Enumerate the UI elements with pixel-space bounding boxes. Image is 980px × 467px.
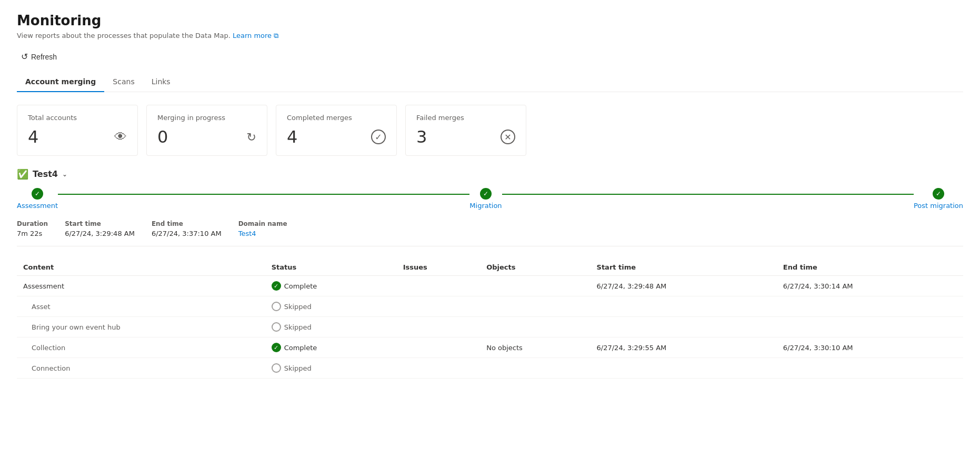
x-circle-icon: ✕ [501,130,515,144]
tab-scans[interactable]: Scans [104,72,143,92]
cell-status-connection-row: Skipped [265,358,397,379]
external-link-icon: ⧉ [274,32,278,39]
step-label-migration[interactable]: Migration [469,202,502,210]
col-header-status: Status [265,259,397,276]
tab-account-merging[interactable]: Account merging [17,72,104,92]
skipped-icon [272,363,281,373]
tab-links[interactable]: Links [143,72,179,92]
cell-issues-byoeh-row [397,317,480,337]
step-dot-migration: ✓ [480,188,492,200]
section-header: ✅ Test4 ⌄ [17,168,963,180]
col-header-end-time: End time [777,259,963,276]
col-header-start-time: Start time [591,259,777,276]
table-header-row: Content Status Issues Objects Start time… [17,259,963,276]
detail-end-time-value: 6/27/24, 3:37:10 AM [152,230,222,237]
pipeline-step-migration: ✓ Migration [469,188,502,210]
cell-end-time-byoeh-row [777,317,963,337]
pipeline-step-assessment: ✓ Assessment [17,188,58,210]
stat-label-total-accounts: Total accounts [28,114,127,122]
stat-value-completed-merges: 4 [287,127,297,147]
detail-end-time-label: End time [152,220,222,227]
step-label-assessment[interactable]: Assessment [17,202,58,210]
col-header-issues: Issues [397,259,480,276]
section-status-icon: ✅ [17,168,28,180]
cell-content-byoeh-row: Bring your own event hub [17,317,265,337]
pipeline-steps: ✓ Assessment ✓ Migration ✓ Post migratio… [17,188,963,210]
step-dot-post-migration: ✓ [933,188,944,200]
refresh-icon: ↺ [21,52,28,62]
detail-domain-name-value[interactable]: Test4 [238,230,287,237]
col-header-content: Content [17,259,265,276]
sync-icon: ↻ [247,131,256,144]
step-line-1 [58,194,469,195]
cell-start-time-assessment-row: 6/27/24, 3:29:48 AM [591,276,777,296]
step-line-2 [502,194,914,195]
cell-start-time-connection-row [591,358,777,379]
cell-content-collection-row: Collection [17,337,265,358]
stats-row: Total accounts 4 👁 Merging in progress 0… [17,105,963,156]
table-row: Bring your own event hubSkipped [17,317,963,337]
skipped-icon [272,322,281,332]
detail-start-time-label: Start time [65,220,135,227]
stat-label-completed-merges: Completed merges [287,114,386,122]
detail-duration: Duration 7m 22s [17,220,48,237]
cell-status-collection-row: ✓Complete [265,337,397,358]
stat-card-failed-merges: Failed merges 3 ✕ [405,105,526,156]
table-header: Content Status Issues Objects Start time… [17,259,963,276]
cell-status-asset-row: Skipped [265,296,397,317]
cell-end-time-asset-row [777,296,963,317]
toolbar: ↺ Refresh [17,49,963,68]
detail-duration-label: Duration [17,220,48,227]
eye-icon: 👁 [114,130,127,144]
table-row: ConnectionSkipped [17,358,963,379]
table-body: Assessment✓Complete6/27/24, 3:29:48 AM6/… [17,276,963,379]
cell-start-time-byoeh-row [591,317,777,337]
chevron-down-icon[interactable]: ⌄ [62,171,67,178]
cell-start-time-collection-row: 6/27/24, 3:29:55 AM [591,337,777,358]
cell-status-assessment-row: ✓Complete [265,276,397,296]
cell-objects-assessment-row [480,276,590,296]
cell-issues-collection-row [397,337,480,358]
cell-objects-connection-row [480,358,590,379]
content-table: Content Status Issues Objects Start time… [17,259,963,379]
cell-issues-asset-row [397,296,480,317]
cell-objects-byoeh-row [480,317,590,337]
details-row: Duration 7m 22s Start time 6/27/24, 3:29… [17,220,963,246]
cell-status-byoeh-row: Skipped [265,317,397,337]
stat-card-merging-in-progress: Merging in progress 0 ↻ [146,105,267,156]
cell-content-assessment-row: Assessment [17,276,265,296]
cell-objects-collection-row: No objects [480,337,590,358]
learn-more-link[interactable]: Learn more ⧉ [233,32,278,39]
cell-content-connection-row: Connection [17,358,265,379]
table-row: AssetSkipped [17,296,963,317]
page-title: Monitoring [17,13,963,28]
detail-end-time: End time 6/27/24, 3:37:10 AM [152,220,222,237]
check-circle-icon: ✓ [371,130,386,144]
detail-start-time-value: 6/27/24, 3:29:48 AM [65,230,135,237]
refresh-button[interactable]: ↺ Refresh [17,49,61,64]
cell-objects-asset-row [480,296,590,317]
cell-start-time-asset-row [591,296,777,317]
pipeline-step-post-migration: ✓ Post migration [914,188,963,210]
stat-value-merging-in-progress: 0 [157,127,168,147]
main-container: Monitoring View reports about the proces… [0,0,980,467]
skipped-icon [272,302,281,311]
stat-card-total-accounts: Total accounts 4 👁 [17,105,138,156]
step-dot-assessment: ✓ [32,188,43,200]
stat-card-completed-merges: Completed merges 4 ✓ [276,105,397,156]
stat-value-total-accounts: 4 [28,127,38,147]
page-subtitle: View reports about the processes that po… [17,32,963,40]
table-row: Collection✓CompleteNo objects6/27/24, 3:… [17,337,963,358]
stat-label-merging-in-progress: Merging in progress [157,114,256,122]
section-title: Test4 [33,169,58,179]
cell-end-time-assessment-row: 6/27/24, 3:30:14 AM [777,276,963,296]
step-label-post-migration[interactable]: Post migration [914,202,963,210]
stat-value-failed-merges: 3 [416,127,427,147]
cell-issues-connection-row [397,358,480,379]
complete-icon: ✓ [272,343,281,352]
detail-domain-name-label: Domain name [238,220,287,227]
table-row: Assessment✓Complete6/27/24, 3:29:48 AM6/… [17,276,963,296]
col-header-objects: Objects [480,259,590,276]
tabs-container: Account merging Scans Links [17,72,963,92]
cell-issues-assessment-row [397,276,480,296]
